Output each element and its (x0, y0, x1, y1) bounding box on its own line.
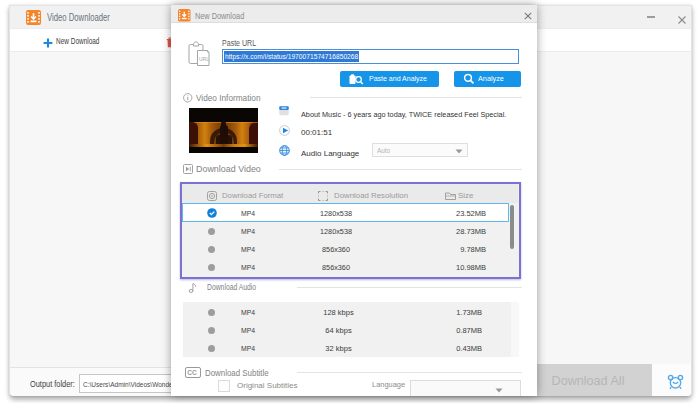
svg-text:URL: URL (199, 56, 209, 62)
svg-text:CC: CC (187, 369, 197, 376)
